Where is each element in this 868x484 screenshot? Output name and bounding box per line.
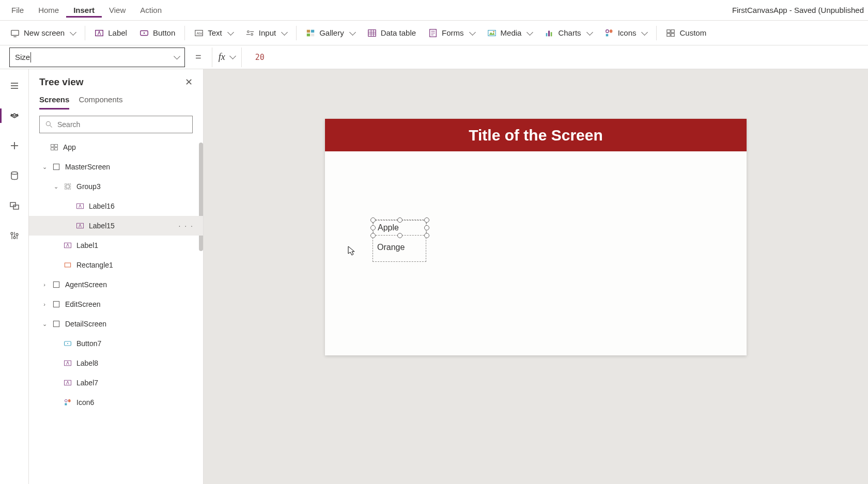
property-selector[interactable]: Size [9,48,185,67]
hamburger-button[interactable] [4,76,25,95]
menu-action[interactable]: Action [133,3,169,18]
svg-rect-15 [368,29,375,36]
custom-button[interactable]: Custom [660,25,712,41]
app-icon [50,143,59,152]
equals-sign: = [192,51,205,63]
node-label: Label1 [76,241,98,249]
node-label: EditScreen [65,300,100,308]
chevron-down-icon[interactable]: ⌄ [53,183,59,190]
tree-node-editscreen[interactable]: › EditScreen [29,294,203,314]
more-icon[interactable]: · · · [179,222,194,230]
database-button[interactable] [4,166,25,185]
group-selection-outline[interactable]: Apple Orange [373,220,426,262]
svg-rect-71 [65,403,67,405]
resize-handle[interactable] [397,217,402,223]
screen-icon [10,28,20,38]
menu-view[interactable]: View [102,3,133,18]
separator [184,26,185,40]
label-orange[interactable]: Orange [373,240,427,255]
advanced-tools-button[interactable] [4,226,25,245]
cursor-icon [348,246,356,256]
svg-text:Abc: Abc [197,30,204,35]
label-button[interactable]: Label [88,25,133,41]
resize-handle[interactable] [370,225,376,230]
resize-handle[interactable] [424,233,429,238]
gallery-button[interactable]: Gallery [300,25,361,41]
charts-button[interactable]: Charts [538,25,598,41]
chevron-right-icon[interactable]: › [41,282,48,288]
resize-handle[interactable] [424,225,429,230]
tree-node-label7[interactable]: Label7 [29,373,203,393]
input-button[interactable]: Input [239,25,293,41]
media-button[interactable]: Media [481,25,539,41]
svg-rect-35 [671,33,674,36]
search-icon [45,120,53,129]
tree-view-button[interactable] [4,106,25,125]
tab-components[interactable]: Components [79,92,122,110]
svg-rect-32 [667,29,670,32]
tree-node-label16[interactable]: Label16 [29,196,203,216]
group-icon [63,182,72,191]
tree-node-group3[interactable]: ⌄ Group3 [29,177,203,196]
add-button[interactable] [4,136,25,155]
menu-home[interactable]: Home [31,3,66,18]
tree-node-label8[interactable]: Label8 [29,353,203,373]
resize-handle[interactable] [397,233,402,238]
tree-node-rectangle1[interactable]: Rectangle1 [29,255,203,275]
icons-button[interactable]: Icons [598,25,654,41]
chevron-down-icon[interactable]: ⌄ [41,164,48,170]
svg-rect-27 [546,33,548,36]
resize-handle[interactable] [370,217,376,223]
search-input[interactable] [39,116,193,133]
svg-rect-0 [11,30,19,35]
new-screen-button[interactable]: New screen [4,25,82,41]
data-table-button[interactable]: Data table [361,25,422,41]
screen-title-bar[interactable]: Title of the Screen [325,119,747,151]
resize-handle[interactable] [370,233,376,238]
tree-node-button7[interactable]: Button7 [29,334,203,353]
input-btn-label: Input [259,28,276,37]
tree-node-label15[interactable]: Label15 · · · [29,216,203,236]
tree-node-masterscreen[interactable]: ⌄ MasterScreen [29,157,203,177]
canvas-screen[interactable]: Title of the Screen Apple Orange [325,119,747,355]
svg-rect-65 [53,321,59,326]
tree-node-agentscreen[interactable]: › AgentScreen [29,275,203,294]
fx-button[interactable]: fx [212,48,242,67]
tree-node-app[interactable]: App [29,137,203,157]
custom-btn-label: Custom [679,28,706,37]
chevron-down-icon[interactable]: ⌄ [41,321,48,327]
canvas-area[interactable]: Title of the Screen Apple Orange [204,69,868,484]
tree-node-detailscreen[interactable]: ⌄ DetailScreen [29,314,203,334]
tree-node-label1[interactable]: Label1 [29,236,203,255]
svg-rect-33 [671,29,674,32]
menu-file[interactable]: File [4,3,31,18]
svg-rect-11 [307,29,310,32]
tree-node-icon6[interactable]: Icon6 [29,393,203,412]
formula-input[interactable]: 20 [249,48,859,67]
media-btn-label: Media [501,28,522,37]
menu-insert[interactable]: Insert [66,3,102,18]
separator [85,26,85,40]
app-title: FirstCanvasApp - Saved (Unpublished [732,6,864,14]
forms-button[interactable]: Forms [422,25,481,41]
media-panel-button[interactable] [4,196,25,215]
forms-icon [428,28,438,38]
label-icon [75,201,85,211]
resize-handle[interactable] [424,217,429,223]
label-apple[interactable]: Apple [373,220,427,236]
search-field[interactable] [57,120,187,129]
node-label: Rectangle1 [76,261,113,269]
tree-list: App ⌄ MasterScreen ⌄ Group3 Label16 La [29,137,203,484]
svg-rect-12 [311,29,314,32]
text-button[interactable]: Abc Text [188,25,239,41]
button-button[interactable]: Button [133,25,181,41]
node-label: Button7 [76,339,101,348]
svg-point-67 [67,343,68,344]
chevron-right-icon[interactable]: › [41,301,48,307]
tab-screens[interactable]: Screens [39,92,69,110]
close-icon[interactable]: ✕ [185,76,193,88]
svg-point-4 [144,32,145,34]
chevron-down-icon [173,53,179,61]
charts-icon [545,28,554,38]
label-icon [63,378,72,387]
